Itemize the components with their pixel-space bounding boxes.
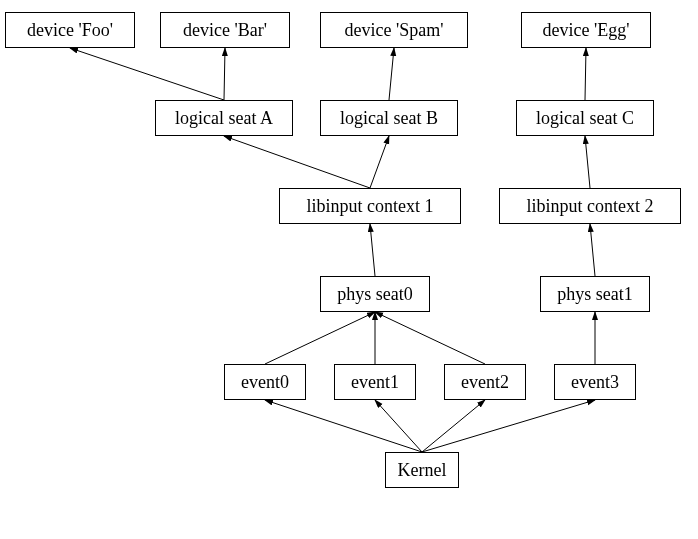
node-label: event3 xyxy=(571,372,619,393)
node-label: event1 xyxy=(351,372,399,393)
svg-line-9 xyxy=(590,224,595,276)
svg-line-8 xyxy=(370,224,375,276)
node-label: phys seat1 xyxy=(557,284,633,305)
node-label: event0 xyxy=(241,372,289,393)
node-label: logical seat A xyxy=(175,108,273,129)
node-label: event2 xyxy=(461,372,509,393)
diagram-edges xyxy=(0,0,698,539)
node-devBar: device 'Bar' xyxy=(160,12,290,48)
node-devEgg: device 'Egg' xyxy=(521,12,651,48)
node-devSpam: device 'Spam' xyxy=(320,12,468,48)
node-label: device 'Foo' xyxy=(27,20,113,41)
node-label: logical seat C xyxy=(536,108,634,129)
node-event0: event0 xyxy=(224,364,306,400)
node-label: phys seat0 xyxy=(337,284,413,305)
node-event1: event1 xyxy=(334,364,416,400)
svg-line-12 xyxy=(585,136,590,188)
svg-line-10 xyxy=(224,136,370,188)
node-seatC: logical seat C xyxy=(516,100,654,136)
node-physseat0: phys seat0 xyxy=(320,276,430,312)
svg-line-2 xyxy=(422,400,485,452)
node-physseat1: phys seat1 xyxy=(540,276,650,312)
node-devFoo: device 'Foo' xyxy=(5,12,135,48)
node-libinput2: libinput context 2 xyxy=(499,188,681,224)
node-kernel: Kernel xyxy=(385,452,459,488)
svg-line-14 xyxy=(224,48,225,100)
svg-line-4 xyxy=(265,312,375,364)
node-label: device 'Egg' xyxy=(543,20,630,41)
diagram-canvas: Kernel event0 event1 event2 event3 phys … xyxy=(0,0,698,539)
node-label: device 'Bar' xyxy=(183,20,267,41)
node-label: libinput context 1 xyxy=(307,196,434,217)
svg-line-13 xyxy=(70,48,224,100)
node-seatB: logical seat B xyxy=(320,100,458,136)
svg-line-16 xyxy=(585,48,586,100)
node-label: device 'Spam' xyxy=(345,20,444,41)
node-event2: event2 xyxy=(444,364,526,400)
node-label: Kernel xyxy=(398,460,447,481)
svg-line-15 xyxy=(389,48,394,100)
node-libinput1: libinput context 1 xyxy=(279,188,461,224)
svg-line-6 xyxy=(375,312,485,364)
node-seatA: logical seat A xyxy=(155,100,293,136)
svg-line-11 xyxy=(370,136,389,188)
node-event3: event3 xyxy=(554,364,636,400)
node-label: libinput context 2 xyxy=(527,196,654,217)
svg-line-3 xyxy=(422,400,595,452)
node-label: logical seat B xyxy=(340,108,438,129)
